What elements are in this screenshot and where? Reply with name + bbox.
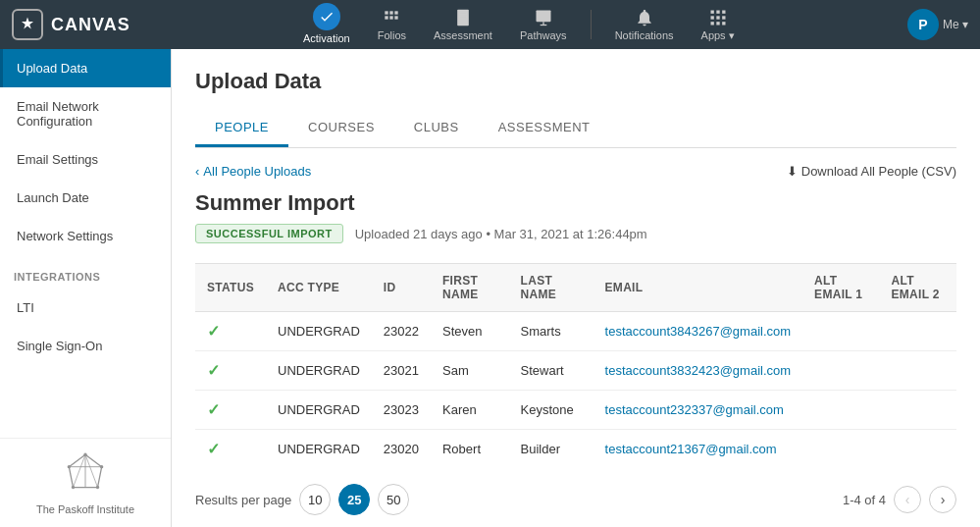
prev-page-button[interactable]: ‹ xyxy=(894,486,921,513)
svg-point-29 xyxy=(100,465,103,468)
svg-point-31 xyxy=(72,486,75,489)
cell-last-name: Stewart xyxy=(509,351,593,391)
data-table: STATUS ACC TYPE ID FIRST NAME LAST NAME … xyxy=(195,263,956,468)
svg-rect-2 xyxy=(390,11,393,14)
canvas-logo[interactable]: CANVAS xyxy=(12,9,130,40)
nav-divider xyxy=(591,10,592,39)
cell-last-name: Smarts xyxy=(509,312,593,351)
cell-alt-email2 xyxy=(880,430,956,469)
download-icon: ⬇ xyxy=(787,164,798,179)
page-size-10[interactable]: 10 xyxy=(299,484,331,515)
svg-rect-17 xyxy=(710,16,713,19)
sidebar-item-lti[interactable]: LTI xyxy=(0,289,171,327)
table-row: ✓UNDERGRAD23023KarenKeystonetestaccount2… xyxy=(195,391,956,430)
nav-right: P Me ▾ xyxy=(907,9,968,40)
download-button[interactable]: ⬇ Download All People (CSV) xyxy=(787,164,956,179)
main-content: Upload Data PEOPLE COURSES CLUBS ASSESSM… xyxy=(172,49,980,527)
cell-alt-email2 xyxy=(880,391,956,430)
avatar-letter: P xyxy=(918,17,927,32)
email-link[interactable]: testaccount21367@gmail.com xyxy=(605,442,777,456)
table-header-row: STATUS ACC TYPE ID FIRST NAME LAST NAME … xyxy=(195,264,956,312)
sidebar-item-email-settings[interactable]: Email Settings xyxy=(0,140,171,179)
cell-id: 23022 xyxy=(372,312,431,351)
svg-rect-20 xyxy=(710,22,713,25)
cell-id: 23023 xyxy=(372,391,431,430)
svg-rect-22 xyxy=(722,22,725,25)
import-title: Summer Import xyxy=(195,190,956,216)
cell-email: testaccount3843267@gmail.com xyxy=(593,312,803,351)
check-icon: ✓ xyxy=(207,401,220,418)
check-circle xyxy=(313,3,340,30)
table-row: ✓UNDERGRAD23020RobertBuildertestaccount2… xyxy=(195,430,956,469)
next-page-button[interactable]: › xyxy=(929,486,956,513)
sidebar-item-network-settings[interactable]: Network Settings xyxy=(0,217,171,255)
svg-point-30 xyxy=(96,486,99,489)
nav-activation-label: Activation xyxy=(303,32,350,44)
email-link[interactable]: testaccount3832423@gmail.com xyxy=(605,363,792,378)
sidebar-footer: The Paskoff Institute xyxy=(0,438,171,527)
paskoff-logo-icon xyxy=(61,450,110,500)
cell-id: 23020 xyxy=(372,430,431,469)
svg-rect-11 xyxy=(536,11,550,23)
cell-acc-type: UNDERGRAD xyxy=(266,391,372,430)
nav-notifications[interactable]: Notifications xyxy=(603,2,686,47)
nav-pathways[interactable]: Pathways xyxy=(508,2,579,47)
nav-folios[interactable]: Folios xyxy=(366,2,418,47)
col-first-name: FIRST NAME xyxy=(431,264,509,312)
nav-apps[interactable]: Apps ▾ xyxy=(690,2,747,48)
table-header: STATUS ACC TYPE ID FIRST NAME LAST NAME … xyxy=(195,264,956,312)
nav-left: CANVAS xyxy=(12,9,130,40)
results-per-page-label: Results per page xyxy=(195,493,291,507)
col-alt-email2: ALT EMAIL 2 xyxy=(880,264,956,312)
svg-rect-18 xyxy=(716,16,719,19)
sidebar: Upload Data Email Network Configuration … xyxy=(0,49,172,527)
col-alt-email1: ALT EMAIL 1 xyxy=(802,264,879,312)
cell-first-name: Steven xyxy=(431,312,509,351)
svg-rect-3 xyxy=(395,11,398,14)
user-avatar[interactable]: P xyxy=(907,9,939,40)
page-size-25[interactable]: 25 xyxy=(338,484,370,515)
svg-rect-15 xyxy=(716,10,719,13)
page-size-50[interactable]: 50 xyxy=(378,484,409,515)
sidebar-item-upload-data[interactable]: Upload Data xyxy=(0,49,171,87)
cell-status: ✓ xyxy=(195,391,266,430)
tab-courses[interactable]: COURSES xyxy=(288,110,394,147)
content-area: ‹ All People Uploads ⬇ Download All Peop… xyxy=(172,148,980,527)
nav-assessment[interactable]: Assessment xyxy=(422,2,504,47)
tabs: PEOPLE COURSES CLUBS ASSESSMENT xyxy=(195,110,956,148)
breadcrumb-row: ‹ All People Uploads ⬇ Download All Peop… xyxy=(195,164,956,179)
nav-center: Activation Folios Assessment Pathways No… xyxy=(291,0,747,53)
sidebar-item-launch-date[interactable]: Launch Date xyxy=(0,179,171,217)
cell-email: testaccount3832423@gmail.com xyxy=(593,351,803,391)
table-body: ✓UNDERGRAD23022StevenSmartstestaccount38… xyxy=(195,312,956,469)
nav-activation[interactable]: Activation xyxy=(291,0,362,53)
email-link[interactable]: testaccount3843267@gmail.com xyxy=(605,324,792,339)
pagination-row: Results per page 10 25 50 1-4 of 4 ‹ › xyxy=(195,468,956,523)
email-link[interactable]: testaccount232337@gmail.com xyxy=(605,402,784,417)
nav-apps-label: Apps ▾ xyxy=(701,29,735,42)
nav-pathways-label: Pathways xyxy=(520,29,567,41)
breadcrumb[interactable]: ‹ All People Uploads xyxy=(195,164,311,179)
tab-assessment[interactable]: ASSESSMENT xyxy=(479,110,610,147)
logo-icon xyxy=(12,9,43,40)
integrations-section-label: INTEGRATIONS xyxy=(0,255,171,289)
page-title: Upload Data xyxy=(195,69,956,94)
sidebar-item-email-network[interactable]: Email Network Configuration xyxy=(0,87,171,140)
tab-clubs[interactable]: CLUBS xyxy=(394,110,479,147)
sidebar-nav: Upload Data Email Network Configuration … xyxy=(0,49,171,438)
tab-people[interactable]: PEOPLE xyxy=(195,110,288,147)
pagination-info: 1-4 of 4 xyxy=(843,493,886,507)
cell-acc-type: UNDERGRAD xyxy=(266,430,372,469)
svg-point-32 xyxy=(68,465,71,468)
cell-status: ✓ xyxy=(195,312,266,351)
cell-last-name: Builder xyxy=(509,430,593,469)
import-meta: Uploaded 21 days ago • Mar 31, 2021 at 1… xyxy=(355,227,647,241)
svg-rect-4 xyxy=(386,16,388,19)
svg-rect-16 xyxy=(722,10,725,13)
sidebar-item-sso[interactable]: Single Sign-On xyxy=(0,327,171,365)
check-icon: ✓ xyxy=(207,362,220,379)
cell-email: testaccount232337@gmail.com xyxy=(593,391,803,430)
main-header: Upload Data PEOPLE COURSES CLUBS ASSESSM… xyxy=(172,49,980,148)
me-label[interactable]: Me ▾ xyxy=(943,18,968,31)
pagination-right: 1-4 of 4 ‹ › xyxy=(843,486,956,513)
